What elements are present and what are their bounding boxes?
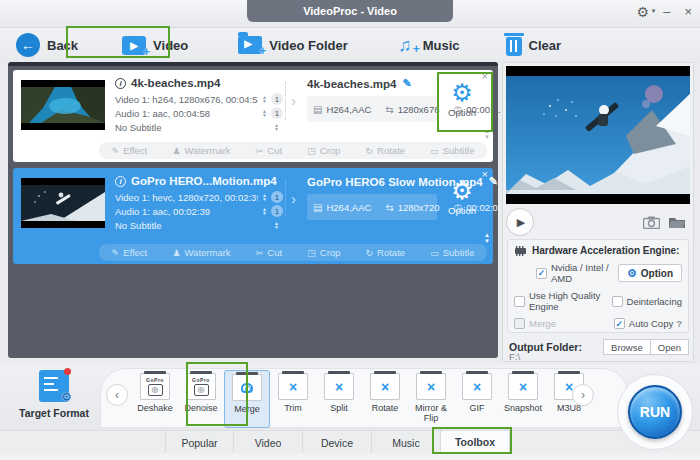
tool-mirror-flip[interactable]: × Mirror & Flip xyxy=(408,370,454,428)
video-track-label: Video 1: hevc, 1280x720, 00:02:39 xyxy=(115,192,258,203)
preview-panel: ▶ Hardware Acceleration Engine: ✓ Nvidia… xyxy=(502,62,694,362)
info-icon[interactable]: i xyxy=(115,78,126,89)
webcam-icon xyxy=(241,383,253,393)
clip-row-4k-beaches[interactable]: × i4k-beaches.mp4 Video 1: h264, 1280x67… xyxy=(13,70,493,162)
source-filename: 4k-beaches.mp4 xyxy=(131,77,221,89)
effect-button[interactable]: ✎Effect xyxy=(112,145,148,156)
gpu-label: Nvidia / Intel / AMD xyxy=(551,262,618,284)
watermark-button[interactable]: ♟Watermark xyxy=(172,247,230,258)
high-quality-label: Use High Quality Engine xyxy=(529,290,612,312)
source-filename: GoPro HERO...Motion.mp4 xyxy=(131,175,277,187)
clip-scroll-arrows[interactable]: ▲▼ xyxy=(484,232,490,244)
lens-icon: ◎ xyxy=(152,385,159,395)
option-gear-icon: ⚙ xyxy=(627,267,637,280)
remove-clip-icon[interactable]: × xyxy=(482,169,488,180)
browse-button[interactable]: Browse xyxy=(603,339,651,355)
add-music-button[interactable]: ♫+ Music xyxy=(384,29,470,61)
rotate-button[interactable]: ↻Rotate xyxy=(366,145,406,156)
settings-gear-icon[interactable]: ⚙▾ xyxy=(637,2,650,22)
output-codec: H264,AAC xyxy=(326,202,371,213)
help-icon[interactable]: ? xyxy=(676,318,682,329)
clear-trash-icon xyxy=(506,37,522,56)
subtitle-stepper[interactable]: ▲▼ xyxy=(274,221,279,229)
format-gear-icon: ⚙ xyxy=(61,390,72,404)
merge-checkbox xyxy=(514,318,525,329)
remove-clip-icon[interactable]: × xyxy=(482,71,488,82)
open-button[interactable]: Open xyxy=(651,339,689,355)
video-preview[interactable] xyxy=(506,66,690,204)
tab-device[interactable]: Device xyxy=(303,431,372,454)
watermark-button[interactable]: ♟Watermark xyxy=(172,145,230,156)
open-folder-icon[interactable] xyxy=(668,216,686,229)
audio-track-stepper[interactable]: ▲▼ xyxy=(262,109,267,117)
clip-actions-bar: ✎Effect ♟Watermark ✂Cut ◳Crop ↻Rotate ▭S… xyxy=(99,244,487,261)
bottom-bar: ⚙ Target Format ‹ › GoPro◎ Deshake GoPro… xyxy=(0,364,700,430)
subtitle-stepper[interactable]: ▲▼ xyxy=(274,123,279,131)
effect-button[interactable]: ✎Effect xyxy=(112,247,148,258)
rename-pencil-icon[interactable]: ✎ xyxy=(403,77,412,90)
rename-pencil-icon[interactable]: ✎ xyxy=(489,175,498,188)
tool-denoise[interactable]: GoPro◎ Denoise xyxy=(178,370,224,428)
effect-icon: ✎ xyxy=(112,248,120,258)
clip-row-gopro[interactable]: × iGoPro HERO...Motion.mp4 Video 1: hevc… xyxy=(13,168,493,264)
subtitle-icon: ▭ xyxy=(430,146,439,156)
deinterlacing-checkbox[interactable] xyxy=(612,296,623,307)
tab-video[interactable]: Video xyxy=(234,431,303,454)
hw-accel-title: Hardware Acceleration Engine: xyxy=(532,245,679,256)
snapshot-camera-icon[interactable] xyxy=(643,216,660,229)
info-icon[interactable]: i xyxy=(115,176,126,187)
video-track-stepper[interactable]: ▲▼ xyxy=(262,193,267,201)
minimize-button[interactable]: – xyxy=(663,2,670,22)
tab-toolbox[interactable]: Toolbox xyxy=(441,431,510,454)
output-resolution: 1280x720 xyxy=(398,202,440,213)
clear-button[interactable]: Clear xyxy=(496,29,572,61)
crop-button[interactable]: ◳Crop xyxy=(307,247,340,258)
output-meta: ▤H264,AAC ⇆1280x676 ◷00:00:... xyxy=(307,96,437,122)
video-track-stepper[interactable]: ▲▼ xyxy=(262,95,267,103)
effect-icon: ✎ xyxy=(112,146,120,156)
tool-gif[interactable]: × GIF xyxy=(454,370,500,428)
codec-icon: ▤ xyxy=(313,104,322,115)
tool-rotate[interactable]: × Rotate xyxy=(362,370,408,428)
add-video-button[interactable]: ▶+ Video xyxy=(112,29,198,61)
tools-scroll-left-button[interactable]: ‹ xyxy=(106,384,128,406)
tab-popular[interactable]: Popular xyxy=(165,431,234,454)
subtitle-button[interactable]: ▭Subtitle xyxy=(430,145,474,156)
play-button[interactable]: ▶ xyxy=(506,208,534,236)
output-meta: ▤H264,AAC ⇆1280x720 ◷00:02:0... xyxy=(307,194,437,220)
run-button[interactable]: RUN xyxy=(628,385,682,439)
tab-music[interactable]: Music xyxy=(372,431,441,454)
resolution-icon: ⇆ xyxy=(385,104,393,115)
codec-option-button[interactable]: ⚙ Option xyxy=(437,178,487,216)
tool-snapshot[interactable]: × Snapshot xyxy=(500,370,546,428)
high-quality-checkbox[interactable] xyxy=(514,296,525,307)
back-button[interactable]: ← Back xyxy=(6,29,88,61)
resolution-icon: ⇆ xyxy=(385,202,393,213)
gpu-checkbox[interactable]: ✓ xyxy=(536,268,547,279)
clip-scroll-arrows[interactable]: ▲▼ xyxy=(484,128,490,140)
tool-deshake[interactable]: GoPro◎ Deshake xyxy=(132,370,178,428)
close-button[interactable]: × xyxy=(684,2,692,22)
codec-gear-icon: ⚙ xyxy=(451,80,473,106)
flow-arrow-icon: › xyxy=(285,180,301,218)
cut-button[interactable]: ✂Cut xyxy=(256,247,282,258)
add-video-folder-button[interactable]: ▶+ Video Folder xyxy=(228,29,358,61)
add-music-icon: ♫+ xyxy=(394,35,416,55)
hw-option-button[interactable]: ⚙Option xyxy=(618,264,682,282)
rotate-icon: ↻ xyxy=(366,146,374,156)
codec-option-button[interactable]: ⚙ Option xyxy=(437,80,487,118)
output-codec: H264,AAC xyxy=(326,104,371,115)
subtitle-button[interactable]: ▭Subtitle xyxy=(430,247,474,258)
auto-copy-checkbox[interactable]: ✓ xyxy=(614,318,625,329)
tools-cross-icon: × xyxy=(335,380,343,394)
hardware-acceleration-box: Hardware Acceleration Engine: ✓ Nvidia /… xyxy=(507,239,689,333)
target-format-button[interactable]: ⚙ Target Format xyxy=(14,370,94,419)
audio-track-stepper[interactable]: ▲▼ xyxy=(262,207,267,215)
tool-merge[interactable]: Merge xyxy=(224,370,270,428)
rotate-button[interactable]: ↻Rotate xyxy=(366,247,406,258)
tool-split[interactable]: × Split xyxy=(316,370,362,428)
tool-trim[interactable]: × Trim xyxy=(270,370,316,428)
crop-button[interactable]: ◳Crop xyxy=(307,145,340,156)
cut-button[interactable]: ✂Cut xyxy=(256,145,282,156)
tools-scroll-right-button[interactable]: › xyxy=(572,384,594,406)
